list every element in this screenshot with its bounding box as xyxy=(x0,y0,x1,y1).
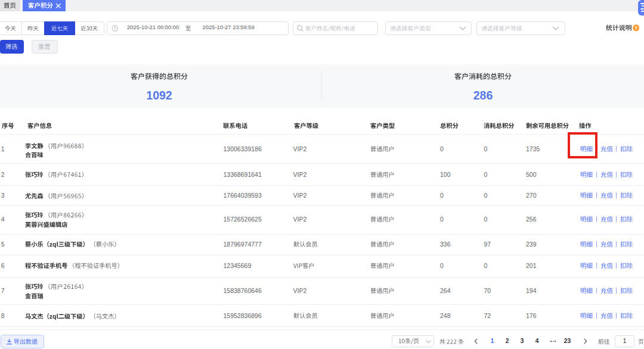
svg-text:?: ? xyxy=(634,26,637,31)
